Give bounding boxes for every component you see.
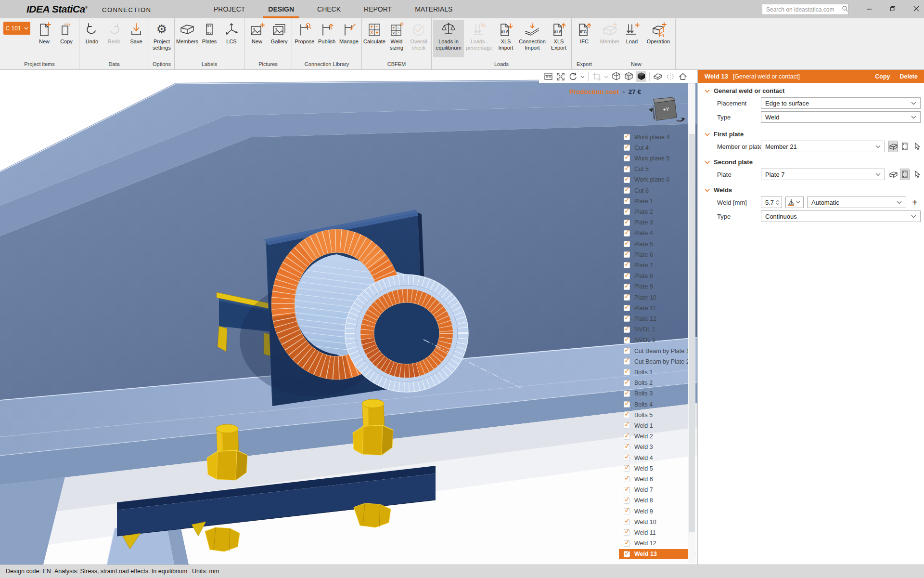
tree-item-plate-1[interactable]: ✓Plate 1: [619, 196, 696, 206]
ribbon-button-undo[interactable]: Undo: [81, 20, 103, 57]
visibility-checkbox[interactable]: ✓: [624, 412, 630, 418]
ribbon-button-connection-import[interactable]: Connection Import: [517, 20, 548, 57]
tab-design[interactable]: DESIGN: [257, 0, 306, 18]
ribbon-button-weld-sizing[interactable]: +−×÷⚙ Weld sizing: [385, 20, 408, 57]
tab-report[interactable]: REPORT: [352, 0, 403, 18]
section-second-plate[interactable]: Second plate: [705, 158, 753, 166]
ribbon-button-copy[interactable]: Copy: [55, 20, 77, 57]
tree-item-cut-5[interactable]: ✓Cut 5: [619, 164, 696, 174]
delete-button[interactable]: Delete: [899, 73, 918, 80]
visibility-checkbox[interactable]: ✓: [624, 166, 630, 172]
placement-select[interactable]: Edge to surface: [761, 97, 921, 109]
visibility-checkbox[interactable]: ✓: [624, 434, 630, 440]
ribbon-button-save[interactable]: Save: [125, 20, 147, 57]
tree-item-weld-11[interactable]: ✓Weld 11: [619, 527, 696, 538]
tree-item-weld-8[interactable]: ✓Weld 8: [619, 496, 696, 506]
visibility-checkbox[interactable]: ✓: [624, 177, 630, 183]
tree-item-cut-beam-by-plate-2[interactable]: ✓Cut Beam by Plate 2: [619, 356, 696, 367]
ribbon-button-new[interactable]: New: [33, 20, 55, 57]
visibility-checkbox[interactable]: ✓: [624, 134, 630, 140]
tab-project[interactable]: PROJECT: [202, 0, 257, 18]
tree-item-plate-12[interactable]: ✓Plate 12: [619, 314, 696, 324]
visibility-checkbox[interactable]: ✓: [624, 305, 630, 311]
minimize-button[interactable]: [862, 3, 876, 14]
pick-plate-button[interactable]: [900, 141, 910, 152]
tree-item-plate-7[interactable]: ✓Plate 7: [619, 260, 696, 270]
tree-item-plate-6[interactable]: ✓Plate 6: [619, 250, 696, 260]
tree-item-weld-9[interactable]: ✓Weld 9: [619, 506, 696, 516]
weld-continuity-select[interactable]: Continuous: [761, 210, 921, 222]
section-welds[interactable]: Welds: [705, 186, 732, 194]
tree-item-weld-6[interactable]: ✓Weld 6: [619, 474, 696, 484]
ribbon-button-load[interactable]: Load: [621, 20, 643, 57]
tree-item-nvol-2[interactable]: ✓NVOL 2: [619, 335, 696, 345]
tree-item-bolts-2[interactable]: ✓Bolts 2: [619, 378, 696, 388]
maximize-button[interactable]: [886, 3, 900, 14]
tree-item-weld-2[interactable]: ✓Weld 2: [619, 432, 696, 442]
visibility-checkbox[interactable]: ✓: [624, 187, 630, 194]
ribbon-button-ifc[interactable]: IFC IFC: [573, 20, 595, 57]
visibility-checkbox[interactable]: ✓: [624, 465, 630, 472]
ribbon-button-manage[interactable]: Manage: [338, 20, 360, 57]
visibility-checkbox[interactable]: ✓: [624, 144, 630, 151]
tree-item-weld-13[interactable]: ✓Weld 13: [619, 549, 696, 559]
ribbon-button-xls-export[interactable]: XLS XLS Export: [548, 20, 570, 57]
ribbon-button-calculate[interactable]: +−×÷ Calculate: [363, 20, 385, 57]
tree-item-work-plane-4[interactable]: ✓Work plane 4: [619, 132, 696, 142]
visibility-checkbox[interactable]: ✓: [624, 284, 630, 290]
visibility-checkbox[interactable]: ✓: [624, 348, 630, 354]
ribbon-button-new[interactable]: New: [246, 20, 268, 57]
tree-item-work-plane-6[interactable]: ✓Work plane 6: [619, 175, 696, 185]
plate-select[interactable]: Plate 7: [761, 169, 885, 180]
visibility-checkbox[interactable]: ✓: [624, 455, 630, 461]
visibility-checkbox[interactable]: ✓: [624, 391, 630, 397]
tree-item-nvol-1[interactable]: ✓NVOL 1: [619, 325, 696, 335]
weld-symbol-select[interactable]: [785, 197, 804, 208]
tree-item-weld-12[interactable]: ✓Weld 12: [619, 539, 696, 549]
visibility-checkbox[interactable]: ✓: [624, 551, 630, 557]
pick-member-button[interactable]: [888, 169, 898, 180]
copy-button[interactable]: Copy: [875, 73, 890, 80]
weld-size-input[interactable]: 5.7: [761, 197, 782, 208]
add-weld-button[interactable]: +: [910, 197, 920, 208]
ribbon-button-lcs[interactable]: LCS: [220, 20, 243, 57]
tree-item-plate-5[interactable]: ✓Plate 5: [619, 239, 696, 249]
tree-item-plate-9[interactable]: ✓Plate 9: [619, 282, 696, 292]
visibility-checkbox[interactable]: ✓: [624, 401, 630, 407]
ribbon-button-members[interactable]: Members: [176, 20, 198, 57]
tree-item-bolts-1[interactable]: ✓Bolts 1: [619, 367, 696, 377]
pick-plate-button[interactable]: [900, 169, 910, 180]
select-in-scene-button[interactable]: [912, 141, 922, 152]
tab-materials[interactable]: MATERIALS: [403, 0, 464, 18]
visibility-checkbox[interactable]: ✓: [624, 315, 630, 322]
visibility-checkbox[interactable]: ✓: [624, 369, 630, 375]
tree-item-plate-11[interactable]: ✓Plate 11: [619, 303, 696, 313]
tab-check[interactable]: CHECK: [306, 0, 352, 18]
tree-item-bolts-5[interactable]: ✓Bolts 5: [619, 410, 696, 420]
ribbon-button-plates[interactable]: Plates: [198, 20, 220, 57]
ribbon-button-operation[interactable]: Operation: [643, 20, 674, 57]
visibility-checkbox[interactable]: ✓: [624, 220, 630, 226]
visibility-checkbox[interactable]: ✓: [624, 251, 630, 258]
viewport-3d[interactable]: Production cost - 27 € +Y ✓Work plane 4✓…: [0, 70, 697, 565]
visibility-checkbox[interactable]: ✓: [624, 380, 630, 386]
visibility-checkbox[interactable]: ✓: [624, 327, 630, 333]
tree-item-cut-beam-by-plate-1[interactable]: ✓Cut Beam by Plate 1: [619, 346, 696, 356]
tree-item-plate-3[interactable]: ✓Plate 3: [619, 218, 696, 228]
visibility-checkbox[interactable]: ✓: [624, 273, 630, 279]
visibility-checkbox[interactable]: ✓: [624, 294, 630, 301]
tree-item-plate-8[interactable]: ✓Plate 8: [619, 271, 696, 281]
tree-item-cut-4[interactable]: ✓Cut 4: [619, 143, 696, 153]
visibility-checkbox[interactable]: ✓: [624, 209, 630, 215]
tree-item-cut-6[interactable]: ✓Cut 6: [619, 185, 696, 196]
visibility-checkbox[interactable]: ✓: [624, 444, 630, 450]
visibility-checkbox[interactable]: ✓: [624, 519, 630, 525]
select-in-scene-button[interactable]: [912, 169, 922, 180]
connection-item-selector[interactable]: C 101: [3, 22, 30, 35]
visibility-checkbox[interactable]: ✓: [624, 487, 630, 493]
tree-item-bolts-3[interactable]: ✓Bolts 3: [619, 389, 696, 399]
rotate-view-button[interactable]: [568, 71, 578, 82]
tree-item-weld-7[interactable]: ✓Weld 7: [619, 485, 696, 495]
ribbon-button-loads-in-equilibrium[interactable]: Loads in equilibrium: [433, 20, 464, 57]
measure-button[interactable]: [543, 71, 553, 82]
